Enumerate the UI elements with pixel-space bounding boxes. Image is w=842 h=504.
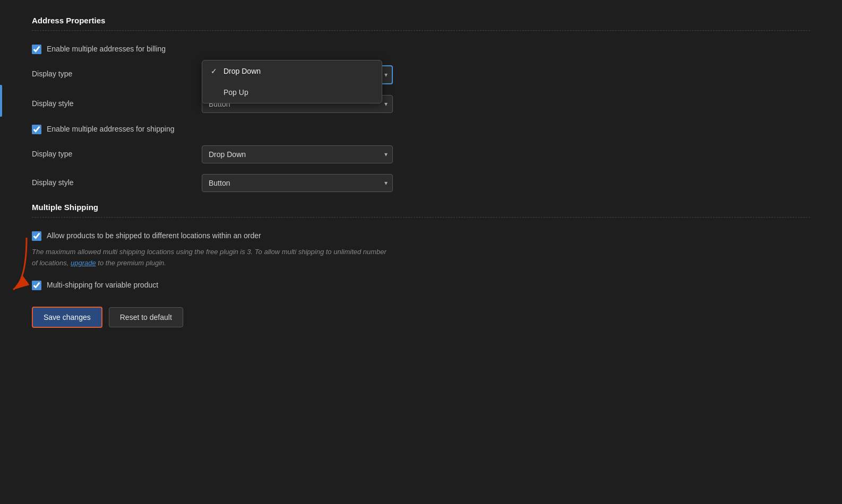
dropdown-option-popup-label: Pop Up [224,88,248,97]
multiple-shipping-title: Multiple Shipping [32,203,810,212]
shipping-display-type-label: Display type [32,145,202,158]
billing-enable-label: Enable multiple addresses for billing [47,44,166,55]
section-divider-2 [32,217,810,218]
shipping-display-style-row: Display style Button List Select ▾ [32,174,810,192]
buttons-row: Save changes Reset to default [32,307,810,328]
section-divider-1 [32,30,810,31]
shipping-enable-label: Enable multiple addresses for shipping [47,124,174,135]
billing-enable-checkbox[interactable] [32,45,41,54]
shipping-display-style-control: Button List Select ▾ [202,174,393,192]
shipping-display-type-control: Drop Down Pop Up ▾ [202,145,393,163]
allow-products-row: Allow products to be shipped to differen… [32,230,810,241]
shipping-display-type-select-wrapper: Drop Down Pop Up ▾ [202,145,393,163]
shipping-enable-row: Enable multiple addresses for shipping [32,124,810,135]
shipping-enable-checkbox[interactable] [32,125,41,134]
billing-display-style-row: Display style Button List Select ▾ [32,95,810,113]
variable-product-checkbox[interactable] [32,281,41,290]
allow-products-checkbox[interactable] [32,231,41,241]
variable-product-row: Multi-shipping for variable product [32,280,810,291]
billing-display-type-label: Display type [32,65,202,78]
shipping-display-style-select[interactable]: Button List Select [202,174,393,192]
multiple-shipping-section: Multiple Shipping Allow products to be s… [32,203,810,291]
checkmark-icon: ✓ [211,67,219,75]
dropdown-option-dropdown[interactable]: ✓ Drop Down [202,60,382,82]
save-changes-button[interactable]: Save changes [32,307,102,328]
shipping-display-type-select[interactable]: Drop Down Pop Up [202,145,393,163]
buttons-container: Save changes Reset to default [32,307,810,328]
note-text: The maximum allowed multi shipping locat… [32,247,393,269]
address-properties-title: Address Properties [32,16,810,25]
red-arrow-annotation [5,232,32,296]
note-end-text: to the premium plugin. [98,259,166,267]
variable-product-label: Multi-shipping for variable product [47,280,158,291]
left-accent-bar [0,85,2,117]
billing-enable-row: Enable multiple addresses for billing [32,44,810,55]
billing-display-type-dropdown-popup: ✓ Drop Down Pop Up [202,60,382,103]
address-properties-section: Address Properties Enable multiple addre… [32,16,810,192]
upgrade-link[interactable]: upgrade [71,259,96,267]
shipping-display-style-select-wrapper: Button List Select ▾ [202,174,393,192]
shipping-display-style-label: Display style [32,174,202,187]
billing-display-style-label: Display style [32,95,202,108]
reset-to-default-button[interactable]: Reset to default [109,307,183,327]
dropdown-option-popup[interactable]: Pop Up [202,82,382,103]
billing-display-type-control: Drop Down Pop Up ▾ ✓ Drop Down Pop Up [202,65,393,84]
dropdown-option-dropdown-label: Drop Down [224,67,261,75]
billing-display-type-row: Display type Drop Down Pop Up ▾ ✓ Drop D… [32,65,810,84]
allow-products-label: Allow products to be shipped to differen… [47,230,261,241]
shipping-display-type-row: Display type Drop Down Pop Up ▾ [32,145,810,163]
